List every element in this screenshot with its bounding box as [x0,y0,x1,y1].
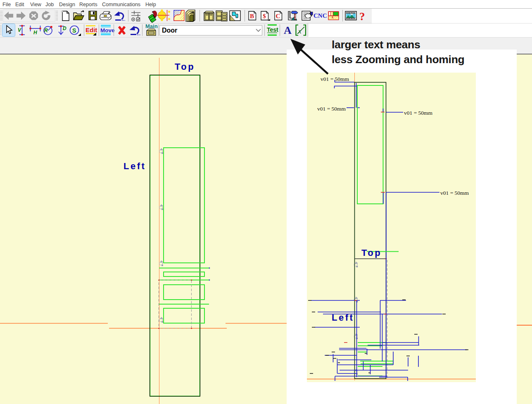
svg-text:Top: Top [361,248,382,258]
svg-text:v01 = 50mm: v01 = 50mm [440,190,469,196]
svg-text:v01 = 50mm: v01 = 50mm [321,76,349,82]
svg-text:v01 = 50mm: v01 = 50mm [317,106,346,112]
svg-text:v01 = 50mm: v01 = 50mm [404,110,433,116]
svg-text:Left: Left [124,161,146,171]
svg-text:Top: Top [175,61,195,72]
